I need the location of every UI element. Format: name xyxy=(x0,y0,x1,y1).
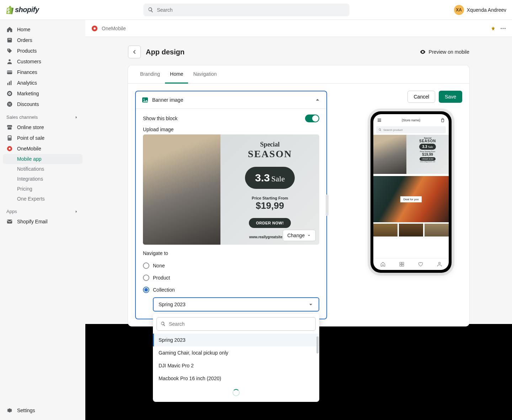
app-bar-title: OneMobile xyxy=(102,26,126,31)
menu-icon xyxy=(377,118,382,123)
phone-banner: Special SEASON 3.3 Sale Price Starting F… xyxy=(373,135,449,174)
tab-home[interactable]: Home xyxy=(165,65,188,84)
chevron-right-icon xyxy=(74,115,79,120)
heart-icon xyxy=(418,261,423,267)
show-block-label: Show this block xyxy=(143,116,177,121)
dropdown-search[interactable] xyxy=(156,317,316,331)
nav-one-experts[interactable]: One Experts xyxy=(3,194,82,204)
phone-preview: {Store name} Search product xyxy=(370,111,452,273)
image-icon xyxy=(142,96,149,103)
phone-thumbnails xyxy=(373,222,449,238)
radio-icon xyxy=(143,287,149,293)
svg-rect-30 xyxy=(402,265,404,266)
page-title: App design xyxy=(146,48,185,56)
dropdown-search-input[interactable] xyxy=(169,321,312,327)
finances-icon xyxy=(6,69,13,75)
block-header[interactable]: Banner image xyxy=(136,91,326,109)
banner-sale-pill: 3.3 Sale xyxy=(245,167,295,189)
svg-rect-8 xyxy=(11,81,12,85)
tab-branding[interactable]: Branding xyxy=(135,65,165,83)
nav-discounts[interactable]: Discounts xyxy=(3,99,82,110)
dropdown-item[interactable]: Spring 2023 xyxy=(153,334,319,346)
svg-rect-7 xyxy=(9,81,10,85)
radio-product[interactable]: Product xyxy=(143,272,319,284)
phone-store-name: {Store name} xyxy=(402,118,421,122)
nav-customers[interactable]: Customers xyxy=(3,56,82,67)
save-button[interactable]: Save xyxy=(439,91,462,103)
grid-icon xyxy=(399,261,405,267)
nav-shopify-email[interactable]: Shopify Email xyxy=(3,216,82,227)
nav-marketing[interactable]: Marketing xyxy=(3,88,82,99)
back-button[interactable] xyxy=(128,46,141,58)
banner-order-btn: ORDER NOW! xyxy=(249,218,291,228)
banner-image-block: Banner image Show this block Upload imag… xyxy=(135,91,327,319)
radio-none[interactable]: None xyxy=(143,260,319,272)
nav-pricing[interactable]: Pricing xyxy=(3,184,82,194)
svg-rect-6 xyxy=(7,83,9,85)
nav-integrations[interactable]: Integrations xyxy=(3,174,82,184)
show-block-toggle[interactable] xyxy=(305,115,319,122)
top-header: shopify Search XA Xquenda Andreev xyxy=(0,0,512,20)
svg-point-24 xyxy=(505,28,506,29)
nav-onemobile[interactable]: OneMobile xyxy=(3,143,82,154)
home-icon xyxy=(6,26,13,33)
nav-online-store[interactable]: Online store xyxy=(3,122,82,133)
svg-rect-28 xyxy=(402,262,404,264)
nav-products[interactable]: Products xyxy=(3,46,82,56)
radio-icon xyxy=(143,262,149,269)
change-image-button[interactable]: Change xyxy=(283,230,316,241)
dropdown-item[interactable]: Macbook Pro 16 inch (2020) xyxy=(153,372,319,385)
nav-orders[interactable]: Orders xyxy=(3,35,82,46)
svg-point-18 xyxy=(9,148,10,149)
chevron-down-icon xyxy=(308,302,314,307)
phone-bottom-nav xyxy=(373,258,449,270)
sales-channels-header[interactable]: Sales channels xyxy=(3,110,82,122)
tabs: Branding Home Navigation xyxy=(128,65,469,84)
block-title: Banner image xyxy=(152,97,183,103)
banner-season: SEASON xyxy=(248,148,292,160)
arrow-left-icon xyxy=(131,49,138,55)
svg-rect-4 xyxy=(7,71,12,74)
brand-text: shopify xyxy=(15,6,39,14)
dropdown-scrollbar[interactable] xyxy=(316,336,319,353)
preview-on-mobile[interactable]: Preview on mobile xyxy=(420,49,469,55)
pin-icon[interactable] xyxy=(491,26,496,31)
user-menu[interactable]: XA Xquenda Andreev xyxy=(454,5,506,15)
cancel-button[interactable]: Cancel xyxy=(407,91,435,103)
onemobile-icon xyxy=(6,145,13,152)
apps-header[interactable]: Apps xyxy=(3,204,82,216)
loading-spinner xyxy=(233,389,240,396)
more-icon[interactable] xyxy=(500,25,506,32)
tab-navigation[interactable]: Navigation xyxy=(188,65,222,83)
global-search[interactable]: Search xyxy=(143,4,350,16)
nav-notifications[interactable]: Notifications xyxy=(3,164,82,174)
nav-settings[interactable]: Settings xyxy=(3,405,82,416)
chevron-up-icon xyxy=(314,97,321,103)
sidebar: Home Orders Products Customers Finances … xyxy=(0,20,85,420)
svg-point-31 xyxy=(438,262,440,264)
collection-select[interactable]: Spring 2023 xyxy=(153,297,319,312)
dropdown-item[interactable]: Gaming Chair, local pickup only xyxy=(153,346,319,359)
home-icon xyxy=(380,261,386,267)
svg-rect-0 xyxy=(7,38,12,43)
shopify-logo: shopify xyxy=(6,6,39,14)
discounts-icon xyxy=(6,101,13,107)
resize-handle[interactable] xyxy=(326,195,329,216)
banner-price: $19,99 xyxy=(252,200,288,211)
caret-down-icon xyxy=(307,233,311,238)
svg-point-23 xyxy=(502,28,503,29)
app-bar: OneMobile xyxy=(85,20,512,37)
shopify-bag-icon xyxy=(6,6,14,14)
bag-icon xyxy=(440,118,445,123)
nav-analytics[interactable]: Analytics xyxy=(3,78,82,88)
nav-home[interactable]: Home xyxy=(3,24,82,35)
orders-icon xyxy=(6,37,13,43)
banner-image-preview: Special SEASON 3.3 Sale Pric xyxy=(143,134,319,245)
nav-pos[interactable]: Point of sale xyxy=(3,133,82,143)
svg-rect-19 xyxy=(7,220,12,224)
radio-collection[interactable]: Collection xyxy=(143,284,319,296)
onemobile-app-icon xyxy=(91,25,98,32)
nav-mobile-app[interactable]: Mobile app xyxy=(3,154,82,164)
dropdown-item[interactable]: DJI Mavic Pro 2 xyxy=(153,359,319,372)
nav-finances[interactable]: Finances xyxy=(3,67,82,78)
